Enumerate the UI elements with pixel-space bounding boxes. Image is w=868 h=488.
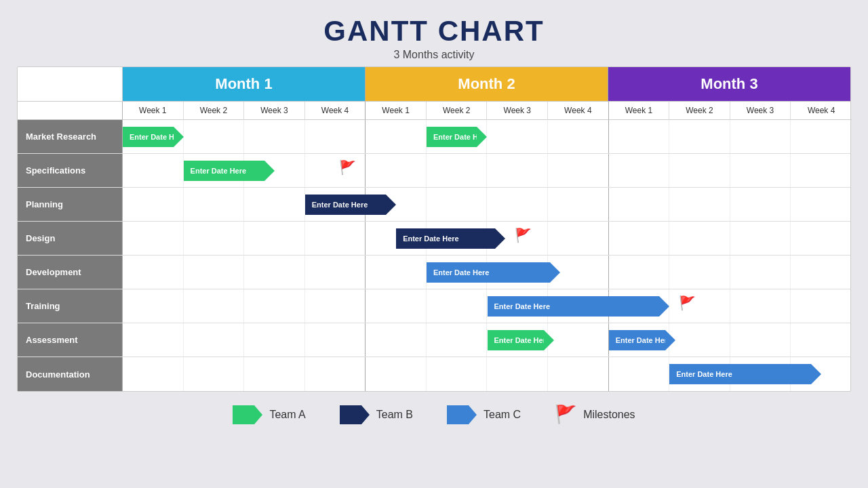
legend-arrow-mid-blue [447,405,477,424]
week-cell [427,357,488,391]
label-spacer [18,67,123,102]
week-cell [487,154,548,187]
week-cell [791,256,852,289]
table-row: AssessmentEnter Date HereEnter Date Here [18,323,850,357]
row-label: Market Research [18,120,123,153]
row-label: Assessment [18,323,123,357]
table-row: DevelopmentEnter Date Here [18,256,850,289]
week-header-5: Week 2 [427,102,488,120]
legend-flag-icon: 🚩 [555,404,576,425]
week-cell [609,256,670,289]
week-cell [791,188,852,221]
week-cell [305,289,366,323]
week-cell [609,222,670,255]
row-weeks: Enter Date Here🚩 [123,289,852,323]
gantt-bar: Enter Date Here [427,127,488,147]
month-headers: Month 1Month 2Month 3 [18,67,850,102]
week-cell [123,222,184,255]
legend: Team A Team B Team C 🚩 Milestones [233,404,635,425]
week-cell [244,188,305,221]
title-section: GANTT CHART 3 Months activity [323,15,544,61]
week-cell [366,357,427,391]
week-header-2: Week 3 [244,102,305,120]
week-cell [548,188,609,221]
week-header-8: Week 1 [609,102,670,120]
week-cell [730,256,791,289]
week-cell [730,120,791,153]
table-row: DocumentationEnter Date Here [18,357,850,391]
legend-label-team-c: Team C [484,409,521,421]
gantt-bar: Enter Date Here [123,127,184,147]
milestone-flag: 🚩 [679,295,696,311]
week-cell [123,154,184,187]
row-weeks: Enter Date Here🚩 [123,222,852,255]
legend-item-team-a: Team A [233,405,305,424]
gantt-bar: Enter Date Here [396,228,505,249]
month-header-2: Month 2 [366,67,608,102]
week-cell [669,323,730,357]
gantt-bar: Enter Date Here [609,330,676,350]
week-cell [305,222,366,255]
week-cell [730,188,791,221]
week-header-6: Week 3 [487,102,548,120]
week-cell [366,154,427,187]
week-cell [548,120,609,153]
milestone-flag: 🚩 [515,227,532,243]
week-cell [184,188,245,221]
week-cell [669,188,730,221]
legend-arrow-green [233,405,262,424]
subtitle: 3 Months activity [323,49,544,61]
legend-item-team-b: Team B [340,405,413,424]
row-label: Development [18,256,123,289]
week-cell [487,120,548,153]
week-cell [244,357,305,391]
week-header-0: Week 1 [123,102,184,120]
legend-label-milestones: Milestones [583,409,635,421]
week-cell [305,154,366,187]
week-cell [427,154,488,187]
week-cell [609,357,670,391]
week-cell [609,120,670,153]
legend-label-team-a: Team A [269,409,305,421]
week-cell [791,289,852,323]
week-cell [244,222,305,255]
main-title: GANTT CHART [323,15,544,47]
row-label: Planning [18,188,123,221]
week-cell [244,289,305,323]
row-label: Documentation [18,357,123,391]
week-cell [427,188,488,221]
week-header-10: Week 3 [730,102,791,120]
week-cell [548,323,609,357]
table-row: Market ResearchEnter Date HereEnter Date… [18,120,850,154]
week-cell [669,154,730,187]
week-cell [123,289,184,323]
week-header-4: Week 1 [366,102,427,120]
week-cell [123,323,184,357]
week-cell [244,256,305,289]
week-cell [609,188,670,221]
table-row: TrainingEnter Date Here🚩 [18,289,850,323]
week-cell [669,120,730,153]
legend-arrow-dark-blue [340,405,370,424]
week-header-11: Week 4 [791,102,852,120]
week-cell [791,222,852,255]
week-cell [123,357,184,391]
table-row: SpecificationsEnter Date Here🚩 [18,154,850,188]
week-cell [184,120,245,153]
week-cell [791,154,852,187]
week-cell [123,256,184,289]
week-cell [487,357,548,391]
week-cell [791,120,852,153]
week-cell [609,154,670,187]
week-cell [669,222,730,255]
row-weeks: Enter Date HereEnter Date Here [123,323,852,357]
week-header-7: Week 4 [548,102,609,120]
legend-label-team-b: Team B [376,409,413,421]
week-cell [366,289,427,323]
month-header-3: Month 3 [608,67,850,102]
week-header-9: Week 2 [669,102,730,120]
gantt-bar: Enter Date Here [488,296,670,317]
week-cell [730,323,791,357]
week-label-spacer [18,102,123,120]
legend-item-team-c: Team C [447,405,521,424]
